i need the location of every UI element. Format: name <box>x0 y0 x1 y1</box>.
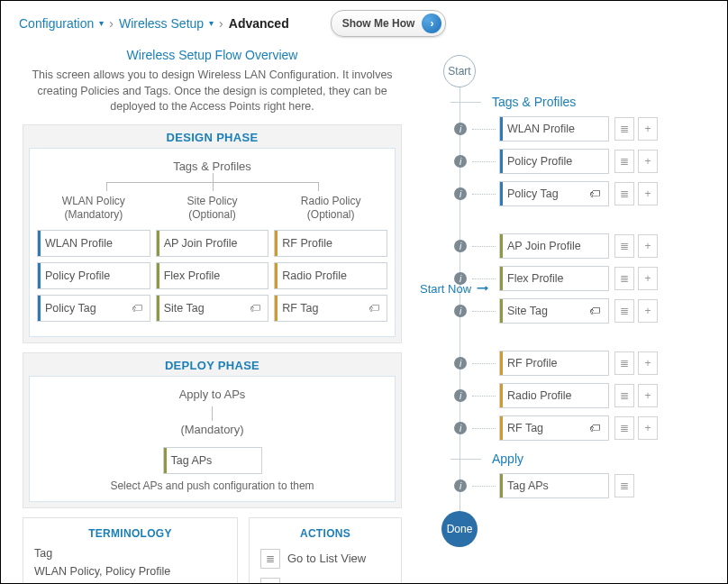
info-icon[interactable]: i <box>454 357 467 370</box>
wlan-col-label: WLAN Policy(Mandatory) <box>37 195 150 223</box>
chip-label: Tag APs <box>507 479 549 492</box>
timeline-policy-tag[interactable]: Policy Tag🏷 <box>499 181 609 206</box>
policy-profile-tile[interactable]: Policy Profile <box>37 262 150 289</box>
create-new[interactable]: + Create New <box>260 578 390 584</box>
action-label: Create New <box>287 580 350 584</box>
actions-title: ACTIONS <box>260 527 390 540</box>
list-button[interactable]: ≣ <box>614 234 634 258</box>
crumb-configuration[interactable]: Configuration <box>19 16 94 31</box>
tile-label: Radio Profile <box>282 269 347 282</box>
info-icon[interactable]: i <box>454 123 467 135</box>
chip-label: AP Join Profile <box>507 240 581 252</box>
crumb-sep: › <box>109 16 114 31</box>
timeline-flex-profile[interactable]: Flex Profile <box>499 266 609 291</box>
done-node[interactable]: Done <box>441 511 478 547</box>
rf-tag-tile[interactable]: RF Tag🏷 <box>274 295 387 322</box>
terminology-box: TERMINOLOGY Tag WLAN Policy, Policy Prof… <box>23 517 238 584</box>
deploy-subhead: Apply to APs <box>37 388 387 401</box>
list-button[interactable]: ≣ <box>614 182 634 205</box>
add-button[interactable]: + <box>638 117 658 141</box>
design-phase-panel: DESIGN PHASE Tags & Profiles WLAN Policy… <box>23 124 402 343</box>
tag-icon: 🏷 <box>589 305 601 317</box>
list-button[interactable]: ≣ <box>614 351 634 375</box>
actions-box: ACTIONS ≣ Go to List View + Create New <box>249 517 402 584</box>
design-card: Tags & Profiles WLAN Policy(Mandatory) W… <box>29 148 396 337</box>
tile-label: Site Tag <box>164 302 205 315</box>
ap-join-profile-tile[interactable]: AP Join Profile <box>156 230 269 257</box>
info-icon[interactable]: i <box>454 187 467 200</box>
crumb-wireless-setup[interactable]: Wireless Setup <box>119 16 204 31</box>
start-now-label: Start Now <box>420 282 471 296</box>
plus-icon: + <box>260 578 280 584</box>
add-button[interactable]: + <box>638 299 658 323</box>
tag-aps-tile[interactable]: Tag APs <box>163 447 262 474</box>
chip-label: Radio Profile <box>507 389 572 402</box>
list-button[interactable]: ≣ <box>614 384 634 407</box>
timeline-site-tag[interactable]: Site Tag🏷 <box>499 298 609 324</box>
add-button[interactable]: + <box>638 384 658 407</box>
breadcrumb: Configuration▾ › Wireless Setup▾ › Advan… <box>1 1 727 42</box>
site-col-label: Site Policy(Optional) <box>156 195 269 223</box>
timeline-policy-profile[interactable]: Policy Profile <box>499 149 609 174</box>
info-icon[interactable]: i <box>454 305 467 317</box>
timeline-row: i Policy Tag🏷 ≣+ <box>438 178 714 210</box>
add-button[interactable]: + <box>638 234 658 258</box>
chip-label: RF Profile <box>507 357 558 370</box>
add-button[interactable]: + <box>638 182 658 205</box>
policy-tag-tile[interactable]: Policy Tag🏷 <box>37 295 150 322</box>
timeline: Start Tags & Profiles i WLAN Profile ≣+ … <box>438 51 714 547</box>
info-icon[interactable]: i <box>454 389 467 402</box>
start-now-link[interactable]: Start Now ⭢ <box>420 282 488 296</box>
timeline-row: i RF Tag🏷 ≣+ <box>438 412 714 444</box>
timeline-ap-join-profile[interactable]: AP Join Profile <box>499 233 609 259</box>
list-button[interactable]: ≣ <box>614 474 634 497</box>
tile-label: Tag APs <box>171 454 213 467</box>
tree-connector <box>73 178 351 195</box>
overview-title: Wireless Setup Flow Overview <box>23 48 402 62</box>
timeline-wlan-profile[interactable]: WLAN Profile <box>499 116 609 141</box>
timeline-tag-aps[interactable]: Tag APs <box>499 473 609 498</box>
timeline-radio-profile[interactable]: Radio Profile <box>499 383 609 408</box>
rf-profile-tile[interactable]: RF Profile <box>274 230 387 257</box>
add-button[interactable]: + <box>638 351 658 375</box>
add-button[interactable]: + <box>638 416 658 440</box>
tag-icon: 🏷 <box>589 422 601 434</box>
list-button[interactable]: ≣ <box>614 299 634 323</box>
start-node[interactable]: Start <box>443 55 476 87</box>
show-me-label: Show Me How <box>342 17 415 30</box>
tile-label: Policy Tag <box>45 302 96 315</box>
wlan-profile-tile[interactable]: WLAN Profile <box>37 230 150 257</box>
arrow-right-icon: › <box>422 14 441 33</box>
chip-label: Policy Profile <box>507 155 572 168</box>
chip-label: Policy Tag <box>507 187 559 200</box>
info-icon[interactable]: i <box>454 272 467 285</box>
timeline-row: i RF Profile ≣+ <box>438 347 714 379</box>
timeline-row: i AP Join Profile ≣+ <box>438 230 714 262</box>
tag-icon: 🏷 <box>589 187 601 200</box>
add-button[interactable]: + <box>638 267 658 290</box>
crumb-current: Advanced <box>229 16 289 31</box>
list-button[interactable]: ≣ <box>614 150 634 173</box>
list-button[interactable]: ≣ <box>614 267 634 290</box>
timeline-rf-tag[interactable]: RF Tag🏷 <box>499 415 609 441</box>
design-subhead: Tags & Profiles <box>37 160 387 173</box>
info-icon[interactable]: i <box>454 422 467 434</box>
site-tag-tile[interactable]: Site Tag🏷 <box>156 295 269 322</box>
show-me-how-button[interactable]: Show Me How › <box>331 10 447 37</box>
timeline-rf-profile[interactable]: RF Profile <box>499 351 609 376</box>
section-label: Tags & Profiles <box>492 95 576 109</box>
add-button[interactable]: + <box>638 150 658 173</box>
timeline-row: i WLAN Profile ≣+ <box>438 113 714 145</box>
timeline-row: i Tag APs ≣ <box>438 470 714 502</box>
list-button[interactable]: ≣ <box>614 416 634 440</box>
info-icon[interactable]: i <box>454 155 467 168</box>
info-icon[interactable]: i <box>454 479 467 492</box>
go-to-list-view[interactable]: ≣ Go to List View <box>260 549 390 569</box>
caret-icon: ▾ <box>99 18 104 28</box>
flex-profile-tile[interactable]: Flex Profile <box>156 262 269 289</box>
radio-profile-tile[interactable]: Radio Profile <box>274 262 387 289</box>
list-button[interactable]: ≣ <box>614 117 634 141</box>
timeline-row: i Radio Profile ≣+ <box>438 379 714 412</box>
tile-label: RF Profile <box>282 237 332 250</box>
info-icon[interactable]: i <box>454 240 467 252</box>
